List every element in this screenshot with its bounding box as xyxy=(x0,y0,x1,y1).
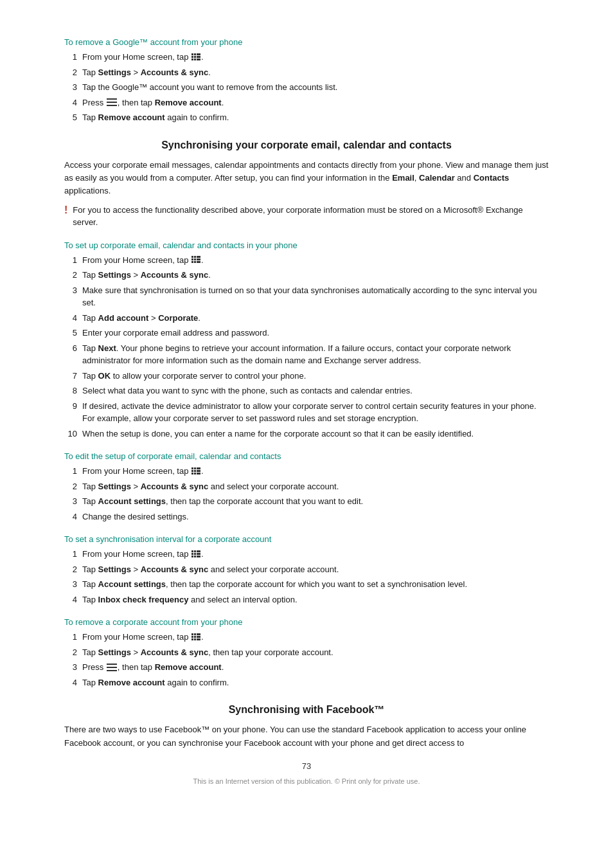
remove-corporate-steps: 1 From your Home screen, tap . 2 Tap Set… xyxy=(64,631,549,689)
facebook-sync-body: There are two ways to use Facebook™ on y… xyxy=(64,723,549,749)
interval-step-1: 1 From your Home screen, tap . xyxy=(64,548,549,561)
step-5: 5 Tap Remove account again to confirm. xyxy=(64,111,549,124)
corporate-sync-section: Synchronising your corporate email, cale… xyxy=(64,140,549,689)
edit-step-1: 1 From your Home screen, tap . xyxy=(64,465,549,478)
setup-step-3: 3 Make sure that synchronisation is turn… xyxy=(64,284,549,309)
remove-google-steps: 1 From your Home screen, tap . 2 Tap Set… xyxy=(64,51,549,124)
interval-step-3: 3 Tap Account settings, then tap the cor… xyxy=(64,578,549,591)
facebook-sync-section: Synchronising with Facebook™ There are t… xyxy=(64,704,549,749)
setup-step-7: 7 Tap OK to allow your corporate server … xyxy=(64,370,549,383)
step-3: 3 Tap the Google™ account you want to re… xyxy=(64,81,549,94)
note-row: ! For you to access the functionality de… xyxy=(64,204,549,229)
setup-step-8: 8 Select what data you want to sync with… xyxy=(64,384,549,397)
footer-note: This is an Internet version of this publ… xyxy=(64,777,549,785)
setup-step-1: 1 From your Home screen, tap . xyxy=(64,254,549,267)
remove-corp-step-1: 1 From your Home screen, tap . xyxy=(64,631,549,644)
interval-step-4: 4 Tap Inbox check frequency and select a… xyxy=(64,593,549,606)
setup-step-2: 2 Tap Settings > Accounts & sync. xyxy=(64,269,549,282)
edit-step-2: 2 Tap Settings > Accounts & sync and sel… xyxy=(64,480,549,493)
edit-step-3: 3 Tap Account settings, then tap the cor… xyxy=(64,495,549,508)
remove-corp-step-4: 4 Tap Remove account again to confirm. xyxy=(64,676,549,689)
setup-step-10: 10 When the setup is done, you can enter… xyxy=(64,428,549,440)
note-text: For you to access the functionality desc… xyxy=(73,204,549,229)
step-1: 1 From your Home screen, tap . xyxy=(64,51,549,64)
edit-corporate-steps: 1 From your Home screen, tap . 2 Tap Set… xyxy=(64,465,549,523)
setup-step-5: 5 Enter your corporate email address and… xyxy=(64,327,549,339)
facebook-sync-heading: Synchronising with Facebook™ xyxy=(64,704,549,716)
corporate-sync-heading: Synchronising your corporate email, cale… xyxy=(64,140,549,151)
edit-corporate-heading: To edit the setup of corporate email, ca… xyxy=(64,451,549,461)
edit-step-4: 4 Change the desired settings. xyxy=(64,511,549,523)
remove-corporate-heading: To remove a corporate account from your … xyxy=(64,617,549,627)
setup-step-4: 4 Tap Add account > Corporate. xyxy=(64,312,549,325)
sync-interval-steps: 1 From your Home screen, tap . 2 Tap Set… xyxy=(64,548,549,606)
note-icon: ! xyxy=(64,204,67,216)
page-number: 73 xyxy=(64,761,549,771)
remove-corp-step-3: 3 Press , then tap Remove account. xyxy=(64,661,549,674)
step-4: 4 Press , then tap Remove account. xyxy=(64,96,549,109)
remove-corp-step-2: 2 Tap Settings > Accounts & sync, then t… xyxy=(64,646,549,659)
corporate-sync-body: Access your corporate email messages, ca… xyxy=(64,159,549,197)
sync-interval-heading: To set a synchronisation interval for a … xyxy=(64,534,549,544)
step-2: 2 Tap Settings > Accounts & sync. xyxy=(64,66,549,79)
interval-step-2: 2 Tap Settings > Accounts & sync and sel… xyxy=(64,563,549,576)
setup-step-9: 9 If desired, activate the device admini… xyxy=(64,400,549,425)
setup-corporate-steps: 1 From your Home screen, tap . 2 Tap Set… xyxy=(64,254,549,440)
remove-google-heading: To remove a Google™ account from your ph… xyxy=(64,37,549,47)
setup-step-6: 6 Tap Next. Your phone begins to retriev… xyxy=(64,342,549,367)
setup-corporate-heading: To set up corporate email, calendar and … xyxy=(64,240,549,250)
remove-google-section: To remove a Google™ account from your ph… xyxy=(64,37,549,124)
